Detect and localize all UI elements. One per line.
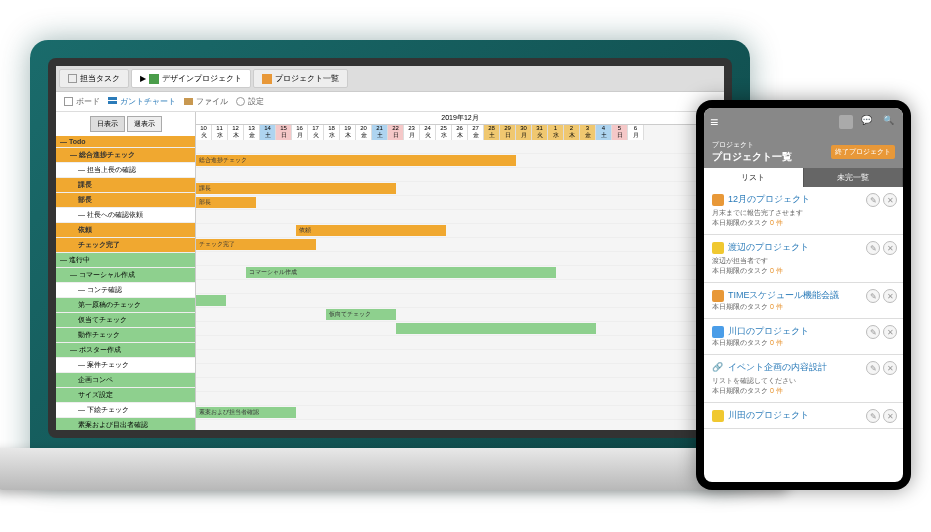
subtab-settings[interactable]: 設定 <box>236 96 264 107</box>
weekday-cell: 木 <box>228 131 244 140</box>
task-item[interactable]: — 担当上長の確認 <box>56 163 195 178</box>
task-item[interactable]: — コンテ確認 <box>56 283 195 298</box>
tab-assigned[interactable]: 担当タスク <box>59 69 129 88</box>
close-button[interactable]: ✕ <box>883 289 897 303</box>
gantt-row <box>196 364 724 378</box>
tablet-title: プロジェクト一覧 <box>712 151 792 162</box>
close-button[interactable]: ✕ <box>883 241 897 255</box>
tablet-tab-unread[interactable]: 未完一覧 <box>804 168 904 187</box>
gantt-row <box>196 350 724 364</box>
task-item[interactable]: — 案件チェック <box>56 358 195 373</box>
app-window: 担当タスク ▶デザインプロジェクト プロジェクト一覧 ボード ガントチャート フ… <box>56 66 724 430</box>
gantt-bar[interactable] <box>196 295 226 306</box>
gantt-bar[interactable]: 総合進捗チェック <box>196 155 516 166</box>
edit-button[interactable]: ✎ <box>866 289 880 303</box>
edit-button[interactable]: ✎ <box>866 361 880 375</box>
gantt-row <box>196 210 724 224</box>
task-item[interactable]: 企画コンペ <box>56 373 195 388</box>
weekday-cell: 日 <box>388 131 404 140</box>
gantt-bar[interactable]: 素案および担当者確認 <box>196 407 296 418</box>
gantt-bar[interactable]: コマーシャル作成 <box>246 267 556 278</box>
gantt-row <box>196 378 724 392</box>
project-list-item[interactable]: 渡辺のプロジェクト渡辺が担当者です本日期限のタスク 0 件✎✕ <box>704 235 903 283</box>
gantt-row: 総合進捗チェック <box>196 154 724 168</box>
gantt-bar[interactable]: 依頼 <box>296 225 446 236</box>
close-button[interactable]: ✕ <box>883 409 897 423</box>
project-list-item[interactable]: 川口のプロジェクト本日期限のタスク 0 件✎✕ <box>704 319 903 355</box>
gantt-bar[interactable]: 課長 <box>196 183 396 194</box>
weekday-cell: 火 <box>532 131 548 140</box>
user-icon[interactable] <box>839 115 853 129</box>
project-icon <box>712 410 724 422</box>
search-icon[interactable]: 🔍 <box>883 115 897 129</box>
gantt-bar[interactable]: チェック完了 <box>196 239 316 250</box>
subtab-file[interactable]: ファイル <box>184 96 228 107</box>
item-buttons: ✎✕ <box>866 289 897 303</box>
task-item[interactable]: 仮当てチェック <box>56 313 195 328</box>
gantt-row <box>196 140 724 154</box>
task-item[interactable]: — 社長への確認依頼 <box>56 208 195 223</box>
subtab-file-label: ファイル <box>196 96 228 107</box>
task-item[interactable]: 課長 <box>56 178 195 193</box>
project-list-item[interactable]: 川田のプロジェクト✎✕ <box>704 403 903 429</box>
task-item[interactable]: — 総合進捗チェック <box>56 148 195 163</box>
chat-icon[interactable]: 💬 <box>861 115 875 129</box>
task-item[interactable]: 依頼 <box>56 223 195 238</box>
day-view-button[interactable]: 日表示 <box>90 116 125 132</box>
weekday-cell: 水 <box>212 131 228 140</box>
laptop-screen: 担当タスク ▶デザインプロジェクト プロジェクト一覧 ボード ガントチャート フ… <box>48 58 732 438</box>
edit-button[interactable]: ✎ <box>866 193 880 207</box>
menu-icon[interactable]: ≡ <box>710 114 718 130</box>
tab-list[interactable]: プロジェクト一覧 <box>253 69 348 88</box>
finished-badge[interactable]: 終了プロジェクト <box>831 145 895 159</box>
project-task-count: 本日期限のタスク 0 件 <box>712 386 895 396</box>
task-item[interactable]: — 進行中 <box>56 253 195 268</box>
weekday-cell: 水 <box>548 131 564 140</box>
week-view-button[interactable]: 週表示 <box>127 116 162 132</box>
gantt-bar[interactable]: 仮向てチェック <box>326 309 396 320</box>
subtab-gantt[interactable]: ガントチャート <box>108 96 176 107</box>
close-button[interactable]: ✕ <box>883 361 897 375</box>
tablet-project-list[interactable]: 12月のプロジェクト月末までに報告完了させます本日期限のタスク 0 件✎✕渡辺の… <box>704 187 903 471</box>
weekday-cell: 金 <box>356 131 372 140</box>
tab-assigned-label: 担当タスク <box>80 73 120 84</box>
task-item[interactable]: — 下絵チェック <box>56 403 195 418</box>
close-button[interactable]: ✕ <box>883 193 897 207</box>
close-button[interactable]: ✕ <box>883 325 897 339</box>
task-item[interactable]: — Todo <box>56 136 195 148</box>
gantt-bar[interactable] <box>396 323 596 334</box>
weekday-cell: 日 <box>276 131 292 140</box>
tab-project[interactable]: ▶デザインプロジェクト <box>131 69 251 88</box>
weekday-cell: 火 <box>420 131 436 140</box>
task-item[interactable]: サイズ設定 <box>56 388 195 403</box>
tablet-header: ≡ 💬 🔍 <box>704 108 903 136</box>
task-item[interactable]: 部長 <box>56 193 195 208</box>
task-item[interactable]: 動作チェック <box>56 328 195 343</box>
weekday-cell: 月 <box>516 131 532 140</box>
task-item[interactable]: — ポスター作成 <box>56 343 195 358</box>
subtab-board[interactable]: ボード <box>64 96 100 107</box>
board-icon <box>64 97 73 106</box>
edit-button[interactable]: ✎ <box>866 241 880 255</box>
task-item[interactable]: 素案および目出者確認 <box>56 418 195 430</box>
task-item[interactable]: 第一原稿のチェック <box>56 298 195 313</box>
gantt-bar[interactable]: 部長 <box>196 197 256 208</box>
gantt-body: 総合進捗チェック課長部長依頼チェック完了コマーシャル作成仮向てチェック素案および… <box>196 140 724 430</box>
folder-icon <box>184 98 193 105</box>
project-list-item[interactable]: 🔗イベント企画の内容設計リストを確認してください本日期限のタスク 0 件✎✕ <box>704 355 903 403</box>
task-item[interactable]: — コマーシャル作成 <box>56 268 195 283</box>
gantt-icon <box>108 97 117 106</box>
edit-button[interactable]: ✎ <box>866 325 880 339</box>
weekday-cell: 土 <box>484 131 500 140</box>
project-list-item[interactable]: TIMEスケジュール機能会議本日期限のタスク 0 件✎✕ <box>704 283 903 319</box>
gear-icon <box>236 97 245 106</box>
project-task-count: 本日期限のタスク 0 件 <box>712 266 895 276</box>
project-list-item[interactable]: 12月のプロジェクト月末までに報告完了させます本日期限のタスク 0 件✎✕ <box>704 187 903 235</box>
weekday-row: 火水木金土日月火水木金土日月火水木金土日月火水木金土日月 <box>196 131 724 140</box>
task-item[interactable]: チェック完了 <box>56 238 195 253</box>
tablet-frame: ≡ 💬 🔍 プロジェクト プロジェクト一覧 終了プロジェクト リスト 未完一覧 … <box>696 100 911 490</box>
project-task-count: 本日期限のタスク 0 件 <box>712 302 895 312</box>
edit-button[interactable]: ✎ <box>866 409 880 423</box>
project-icon: 🔗 <box>712 362 724 374</box>
tablet-tab-list[interactable]: リスト <box>704 168 804 187</box>
